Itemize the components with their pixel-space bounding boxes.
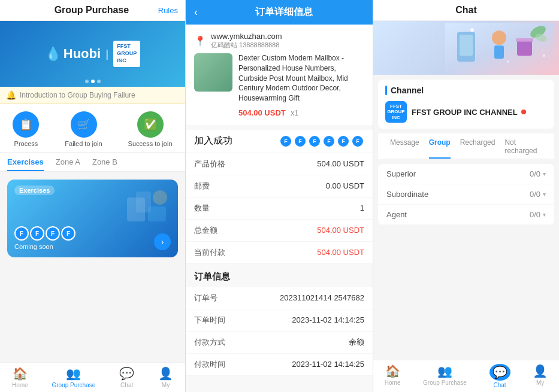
website-row: 📍 www.ymkuzhan.com 亿码酷站 13888888888 [194,32,364,50]
huobi-logo: 💧 Huobi | FFSTGROUPINC [45,41,140,66]
product-image [194,53,232,92]
r-home-label: Home [385,379,401,386]
product-name: Dexter Custom Modern Mailbox - Personali… [238,53,364,104]
svg-point-15 [507,60,509,63]
right-nav-group[interactable]: 👥 Group Purchase [423,364,467,388]
detail-row-4: 当前付款 504.00 USDT [186,242,373,264]
msg-tab-message[interactable]: Message [390,138,419,159]
notice-text: Introduction to Group Buying Failure [20,91,135,99]
left-nav-my[interactable]: 👤 My [158,366,173,388]
order-value-0: 202311021414 2547682 [280,293,364,302]
ffst-logo: FFSTGROUPINC [113,41,140,66]
svg-rect-3 [148,206,166,221]
detail-value-1: 0.00 USDT [326,181,364,190]
msg-tab-group[interactable]: Group [429,138,451,159]
action-failed[interactable]: 🛒 Failed to join [65,111,102,147]
product-info: Dexter Custom Modern Mailbox - Personali… [238,53,364,118]
product-img-inner [194,53,232,92]
msg-tab-recharged[interactable]: Recharged [460,138,495,159]
r-group-label: Group Purchase [423,379,467,386]
detail-row-1: 邮费 0.00 USDT [186,175,373,197]
process-label: Process [14,140,38,147]
left-nav-group[interactable]: 👥 Group Purchase [52,366,95,388]
success-icon: ✅ [144,118,157,131]
card-decoration [124,186,172,233]
action-bar: 📋 Process 🛒 Failed to join ✅ Success to … [0,104,185,153]
svg-point-14 [543,54,545,57]
svg-rect-6 [460,35,473,56]
channel-name: FFST GROUP INC CHANNEL [412,108,518,117]
order-label-2: 付款方式 [194,337,225,348]
website-url: www.ymkuzhan.com [211,32,282,41]
left-nav-chat[interactable]: 💬 Chat [119,366,134,388]
r-chat-label: Chat [493,382,506,388]
channel-item[interactable]: FFST GROUP INC FFST GROUP INC CHANNEL [385,101,547,123]
svg-rect-10 [516,38,533,42]
speaker-icon: 🔔 [6,90,16,100]
right-nav-chat[interactable]: 💬 Chat [489,364,510,388]
order-row-3: 付款时间 2023-11-02 14:14:25 [186,354,373,376]
chevron-down-icon-0: ▾ [543,171,546,177]
my-icon: 👤 [158,366,173,381]
order-row-0: 订单号 202311021414 2547682 [186,287,373,309]
join-avatar-3: F [308,135,321,148]
detail-row-2: 数量 1 [186,197,373,220]
channel-section: Channel FFST GROUP INC FFST GROUP INC CH… [378,80,554,129]
order-value-2: 余额 [349,337,364,348]
avatar-2: F [30,226,44,241]
product-price: 504.00 USDT [238,108,286,117]
process-icon-circle: 📋 [13,111,39,138]
join-avatars: F F F F F F [279,135,364,148]
order-value-3: 2023-11-02 14:14:25 [292,360,364,369]
right-header: Chat [373,0,559,21]
referral-row-0[interactable]: Superior 0/0 ▾ [378,164,554,184]
detail-value-3: 504.00 USDT [317,226,364,235]
join-avatar-4: F [322,135,336,148]
rules-link[interactable]: Rules [158,6,178,15]
huobi-text: Huobi [64,46,101,62]
my-label: My [162,382,170,388]
chevron-down-icon-2: ▾ [543,211,546,218]
right-nav-home[interactable]: 🏠 Home [385,364,401,388]
detail-value-2: 1 [360,203,364,212]
failed-label: Failed to join [65,140,102,147]
exercise-card[interactable]: Exercises F F F F Coming soon › [7,180,178,257]
r-chat-icon: 💬 [489,364,510,381]
left-nav-home[interactable]: 🏠 Home [12,366,28,388]
product-qty: x1 [291,109,298,117]
msg-tab-not-recharged[interactable]: Not recharged [504,138,542,159]
referral-value-1: 0/0 ▾ [530,190,546,199]
channel-bar [385,86,387,95]
order-row-1: 下单时间 2023-11-02 14:14:25 [186,309,373,332]
detail-value-0: 504.00 USDT [317,159,364,168]
price-details: 产品价格 504.00 USDT 邮费 0.00 USDT 数量 1 总金额 5… [186,153,373,264]
website-info: www.ymkuzhan.com 亿码酷站 13888888888 [211,32,282,50]
order-row-2: 付款方式 余额 [186,332,373,354]
referral-section: Superior 0/0 ▾ Subordinate 0/0 ▾ Agent 0… [378,164,554,225]
back-button[interactable]: ‹ [194,6,198,19]
referral-row-2[interactable]: Agent 0/0 ▾ [378,205,554,225]
right-bottom-nav: 🏠 Home 👥 Group Purchase 💬 Chat 👤 My [373,360,559,392]
detail-row-0: 产品价格 504.00 USDT [186,153,373,175]
chat-banner-svg [445,23,553,74]
svg-point-13 [470,28,474,32]
action-success[interactable]: ✅ Success to join [128,111,173,147]
tab-exercises[interactable]: Exercises [7,157,44,171]
arrow-circle[interactable]: › [154,233,171,250]
banner-dot-2 [91,80,95,83]
right-nav-my[interactable]: 👤 My [533,364,548,388]
referral-label-0: Superior [386,169,416,178]
action-process[interactable]: 📋 Process [13,111,39,147]
chat-title: Chat [380,5,552,16]
msg-tabs: Message Group Recharged Not recharged [383,133,549,159]
middle-panel: ‹ 订单详细信息 📍 www.ymkuzhan.com 亿码酷站 1388888… [186,0,373,392]
channel-section-title: Channel [391,86,424,95]
success-icon-circle: ✅ [137,111,164,138]
chat-icon: 💬 [119,366,134,381]
join-avatar-1: F [279,135,292,148]
referral-row-1[interactable]: Subordinate 0/0 ▾ [378,184,554,205]
banner-area: 💧 Huobi | FFSTGROUPINC [0,21,185,87]
group-label: Group Purchase [52,382,95,388]
tab-zone-b[interactable]: Zone B [92,157,117,171]
tab-zone-a[interactable]: Zone A [56,157,80,171]
